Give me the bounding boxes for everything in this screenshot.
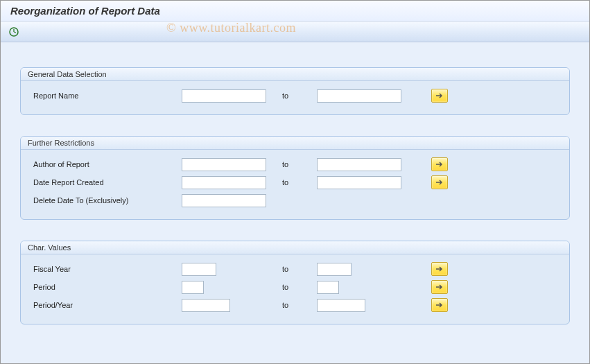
period-year-from-input[interactable] xyxy=(182,299,230,312)
to-label: to xyxy=(275,92,317,100)
period-to-input[interactable] xyxy=(317,281,339,294)
period-from-input[interactable] xyxy=(182,281,204,294)
arrow-right-icon xyxy=(435,179,444,186)
report-name-multiple-selection-button[interactable] xyxy=(431,89,448,103)
date-created-to-input[interactable] xyxy=(317,176,401,189)
author-from-input[interactable] xyxy=(182,158,266,171)
group-body-further: Author of Report to Date Report Created … xyxy=(21,150,569,219)
label-period-year: Period/Year xyxy=(29,301,182,309)
row-report-name: Report Name to xyxy=(29,87,561,105)
fiscal-year-to-input[interactable] xyxy=(317,263,352,276)
label-fiscal-year: Fiscal Year xyxy=(29,265,182,273)
arrow-right-icon xyxy=(435,161,444,168)
row-period: Period to xyxy=(29,278,561,296)
row-author: Author of Report to xyxy=(29,155,561,173)
page-title: Reorganization of Report Data xyxy=(10,5,160,17)
period-year-to-input[interactable] xyxy=(317,299,365,312)
report-name-to-input[interactable] xyxy=(317,89,401,103)
to-label: to xyxy=(275,178,317,187)
date-created-multiple-selection-button[interactable] xyxy=(431,175,448,189)
fiscal-year-multiple-selection-button[interactable] xyxy=(431,262,448,276)
arrow-right-icon xyxy=(435,266,444,272)
group-further-restrictions: Further Restrictions Author of Report to… xyxy=(20,136,570,220)
arrow-right-icon xyxy=(435,284,444,291)
group-char-values: Char. Values Fiscal Year to Period xyxy=(20,241,570,324)
to-label: to xyxy=(275,283,317,291)
row-delete-date: Delete Date To (Exclusively) xyxy=(29,191,561,209)
label-date-created: Date Report Created xyxy=(29,178,182,187)
report-name-from-input[interactable] xyxy=(182,89,266,103)
delete-date-to-input[interactable] xyxy=(182,194,266,207)
arrow-right-icon xyxy=(435,92,444,99)
to-label: to xyxy=(275,160,317,168)
fiscal-year-from-input[interactable] xyxy=(182,263,216,276)
content-area: General Data Selection Report Name to Fu… xyxy=(1,42,589,364)
to-label: to xyxy=(275,301,317,309)
period-year-multiple-selection-button[interactable] xyxy=(431,298,448,312)
execute-button[interactable] xyxy=(8,26,20,38)
date-created-from-input[interactable] xyxy=(182,176,266,189)
toolbar xyxy=(1,21,589,42)
group-header-further: Further Restrictions xyxy=(21,137,569,150)
label-author: Author of Report xyxy=(29,160,182,168)
arrow-right-icon xyxy=(435,302,444,309)
svg-line-2 xyxy=(14,32,16,33)
clock-execute-icon xyxy=(8,26,19,37)
period-multiple-selection-button[interactable] xyxy=(431,280,448,294)
group-header-general: General Data Selection xyxy=(21,68,569,81)
to-label: to xyxy=(275,265,317,273)
title-bar: Reorganization of Report Data xyxy=(1,1,589,21)
row-date-created: Date Report Created to xyxy=(29,173,561,191)
group-body-general: Report Name to xyxy=(21,81,569,114)
label-report-name: Report Name xyxy=(29,92,182,100)
row-period-year: Period/Year to xyxy=(29,296,561,314)
author-multiple-selection-button[interactable] xyxy=(431,157,448,171)
author-to-input[interactable] xyxy=(317,158,401,171)
label-delete-date: Delete Date To (Exclusively) xyxy=(29,196,182,205)
row-fiscal-year: Fiscal Year to xyxy=(29,260,561,278)
group-general-data-selection: General Data Selection Report Name to xyxy=(20,67,570,115)
group-header-char: Char. Values xyxy=(21,241,569,254)
group-body-char: Fiscal Year to Period to xyxy=(21,254,569,324)
label-period: Period xyxy=(29,283,182,291)
